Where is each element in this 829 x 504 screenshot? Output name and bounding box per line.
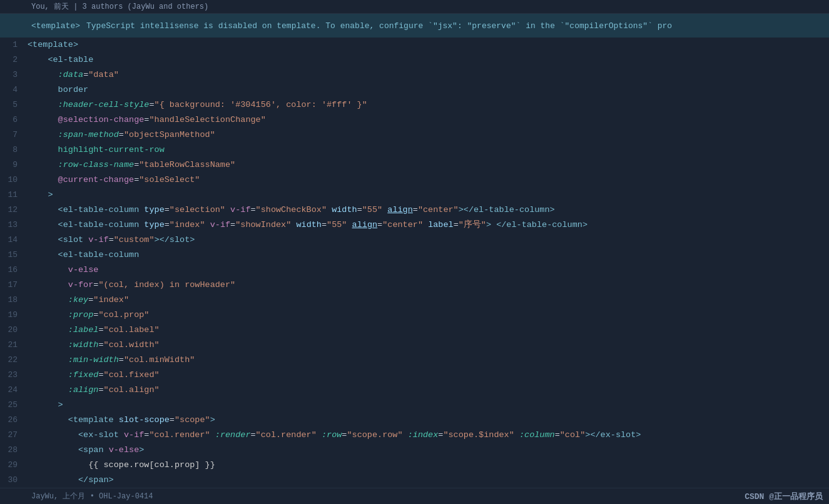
token: :fixed xyxy=(28,370,98,380)
code-line[interactable]: 3 :data="data" xyxy=(0,68,829,83)
token: < xyxy=(28,40,33,49)
line-number: 7 xyxy=(0,128,25,143)
line-number: 16 xyxy=(0,263,25,278)
code-line[interactable]: 14 <slot v-if="custom"></slot> xyxy=(0,233,829,248)
token: <ex-slot xyxy=(28,430,119,440)
code-line[interactable]: 26 <template slot-scope="scope"> xyxy=(0,413,829,428)
token xyxy=(327,205,332,214)
code-line[interactable]: 15 <el-table-column xyxy=(0,248,829,263)
code-line[interactable]: 19 :prop="col.prop" xyxy=(0,308,829,323)
code-line[interactable]: 5 :header-cell-style="{ background: '#30… xyxy=(0,98,829,113)
code-line[interactable]: 8 highlight-current-row xyxy=(0,143,829,158)
token xyxy=(423,220,428,229)
token: = xyxy=(98,370,103,380)
code-line[interactable]: 25 > xyxy=(0,398,829,413)
code-line[interactable]: 17 v-for="(col, index) in rowHeader" xyxy=(0,278,829,293)
line-number: 24 xyxy=(0,383,25,398)
code-line[interactable]: 1<template> xyxy=(0,38,829,53)
token: v-if xyxy=(124,430,144,440)
token: <el-table-column xyxy=(28,205,139,214)
code-line[interactable]: 10 @current-change="soleSelect" xyxy=(0,173,829,188)
line-content: <template slot-scope="scope"> xyxy=(25,413,829,428)
token: "selection" xyxy=(170,205,225,214)
line-number: 17 xyxy=(0,278,25,293)
line-content: :width="col.width" xyxy=(25,338,829,353)
line-content: <el-table-column type="selection" v-if="… xyxy=(25,203,829,218)
token: <span xyxy=(28,445,104,455)
info-bar: You, 前天 | 3 authors (JayWu and others) xyxy=(0,0,829,14)
token: <el-table xyxy=(28,55,93,64)
code-line[interactable]: 22 :min-width="col.minWidth" xyxy=(0,353,829,368)
token: :width xyxy=(28,340,98,350)
token: :span-method xyxy=(28,130,119,139)
token: @selection-change xyxy=(28,115,144,124)
token xyxy=(210,430,215,440)
code-line[interactable]: 21 :width="col.width" xyxy=(0,338,829,353)
token: v-if xyxy=(210,220,230,229)
line-content: <template> xyxy=(25,38,829,53)
token: = xyxy=(555,430,560,440)
code-line[interactable]: 30 </span> xyxy=(0,473,829,488)
info-bar-text: You, 前天 | 3 authors (JayWu and others) xyxy=(31,1,208,12)
token xyxy=(403,430,408,440)
code-line[interactable]: 16 v-else xyxy=(0,263,829,278)
status-bar: JayWu, 上个月 • OHL-Jay-0414 CSDN @正一品程序员 xyxy=(0,488,829,504)
line-content: > xyxy=(25,188,829,203)
token: = xyxy=(357,205,362,214)
code-line[interactable]: 7 :span-method="objectSpanMethod" xyxy=(0,128,829,143)
token: "showIndex" xyxy=(235,220,291,229)
token: "col.minWidth" xyxy=(124,355,195,365)
token: "(col, index) in rowHeader" xyxy=(98,280,235,290)
token: "center" xyxy=(418,205,459,214)
code-line[interactable]: 24 :align="col.align" xyxy=(0,383,829,398)
code-line[interactable]: 23 :fixed="col.fixed" xyxy=(0,368,829,383)
line-number: 22 xyxy=(0,353,25,368)
code-line[interactable]: 13 <el-table-column type="index" v-if="s… xyxy=(0,218,829,233)
token: ></ex-slot> xyxy=(585,430,641,440)
line-number: 27 xyxy=(0,428,25,443)
code-line[interactable]: 9 :row-class-name="tableRowClassName" xyxy=(0,158,829,173)
token: "col.prop" xyxy=(98,310,149,320)
code-line[interactable]: 18 :key="index" xyxy=(0,293,829,308)
token: "{ background: '#304156', color: '#fff' … xyxy=(155,100,367,109)
line-number: 14 xyxy=(0,233,25,248)
token: ></slot> xyxy=(155,235,195,244)
line-number: 26 xyxy=(0,413,25,428)
code-line[interactable]: 28 <span v-else> xyxy=(0,443,829,458)
status-author: JayWu, 上个月 • OHL-Jay-0414 xyxy=(31,491,153,501)
token: = xyxy=(98,340,103,350)
token: :min-width xyxy=(28,355,119,365)
token xyxy=(514,430,519,440)
code-line[interactable]: 11 > xyxy=(0,188,829,203)
token: "col.align" xyxy=(104,385,160,395)
token: </span> xyxy=(28,475,114,485)
line-number: 15 xyxy=(0,248,25,263)
token: :index xyxy=(408,430,439,440)
token: :header-cell-style xyxy=(28,100,149,109)
token: = xyxy=(119,130,124,139)
line-number: 11 xyxy=(0,188,25,203)
line-content: highlight-current-row xyxy=(25,143,829,158)
token: ></el-table-column> xyxy=(459,205,555,214)
code-line[interactable]: 12 <el-table-column type="selection" v-i… xyxy=(0,203,829,218)
code-line[interactable]: 27 <ex-slot v-if="col.render" :render="c… xyxy=(0,428,829,443)
token: > </el-table-column> xyxy=(486,220,587,229)
line-content: v-else xyxy=(25,263,829,278)
token: <template xyxy=(28,415,114,425)
line-number: 25 xyxy=(0,398,25,413)
code-line[interactable]: 2 <el-table xyxy=(0,53,829,68)
code-line[interactable]: 4 border xyxy=(0,83,829,98)
code-line[interactable]: 20 :label="col.label" xyxy=(0,323,829,338)
code-line[interactable]: 29 {{ scope.row[col.prop] }} xyxy=(0,458,829,473)
line-number: 8 xyxy=(0,143,25,158)
line-content: <el-table-column type="index" v-if="show… xyxy=(25,218,829,233)
token: width xyxy=(332,205,357,214)
token: align xyxy=(352,220,378,229)
token: highlight-current-row xyxy=(58,145,165,154)
code-line[interactable]: 6 @selection-change="handleSelectionChan… xyxy=(0,113,829,128)
line-content: <ex-slot v-if="col.render" :render="col.… xyxy=(25,428,829,443)
line-number: 21 xyxy=(0,338,25,353)
line-content: </span> xyxy=(25,473,829,488)
token: = xyxy=(377,220,382,229)
token: "objectSpanMethod" xyxy=(124,130,215,139)
